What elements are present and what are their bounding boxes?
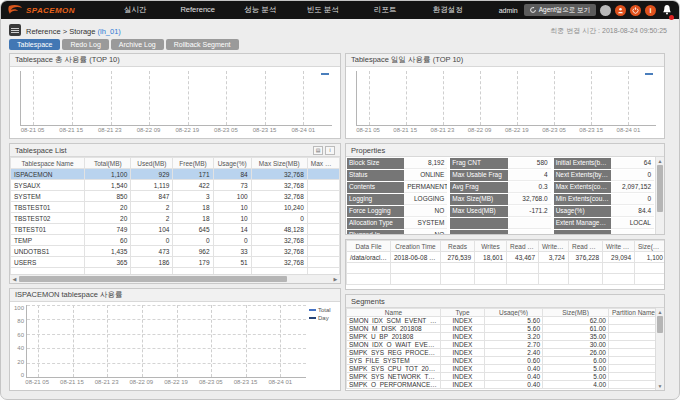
user-account-icon[interactable] [615,5,626,16]
menu-report[interactable]: 리포트 [354,5,417,15]
table-row[interactable] [347,263,665,274]
x-gridline [38,305,39,377]
grid-info-icon[interactable]: i [325,146,335,155]
legend-marker[interactable] [645,73,653,75]
cell: 2 [131,213,173,224]
x-gridline [406,71,407,125]
legend-item-total[interactable]: Total [309,307,338,313]
agent-view-button[interactable]: Agent명으로 보기 [524,4,596,16]
table-row[interactable]: /data/oracle/ora…2018-06-08 12:…276,5391… [347,252,665,263]
breadcrumb-instance[interactable]: (lh_01) [98,27,121,36]
cell: SMPK_U_BP_201808 [347,333,441,341]
scroll-down-icon[interactable]: ▼ [658,234,663,235]
table-row[interactable]: UNDOTBS11,4354739623332,768 [11,246,340,257]
segments-scrollbar[interactable]: ▲ ▼ [655,308,664,390]
column-header[interactable]: Read Ti… [507,241,539,252]
cell: 32,768 [251,257,307,268]
table-row[interactable]: TBSTEST01202181010,240 [11,202,340,213]
cell: 62.00 [543,317,609,325]
menu-realtime[interactable]: 실시간 [104,5,167,15]
column-header[interactable]: Free(MB) [173,158,213,169]
scrollbar-thumb[interactable] [19,276,287,282]
table-row[interactable]: SMPK_U_BP_201808INDEX3.2035.00 [347,333,656,341]
scrollbar-thumb[interactable] [657,316,663,333]
scroll-up-icon[interactable]: ▲ [658,308,663,316]
cell: SMON_IDX_O_WAIT_EVENT… [347,341,441,349]
properties-scrollbar[interactable]: ▲ ▼ [655,157,664,235]
table-row[interactable]: SMPK_SYS_NETWORK_TOT…INDEX0.405.00 [347,373,656,381]
x-gridline [111,71,112,125]
cell [609,373,656,381]
scroll-left-icon[interactable]: ◀ [10,276,19,282]
tab-rollback-segment[interactable]: Rollback Segment [166,39,239,50]
cell: UNDOTBS1 [11,246,85,257]
tab-archive-log[interactable]: Archive Log [111,39,164,50]
column-header[interactable]: Size(MB) [635,241,665,252]
horizontal-scrollbar[interactable]: ◀ ▶ [10,274,340,283]
table-row[interactable]: USERS3651861795132,768 [11,257,340,268]
cell [391,274,441,285]
table-row[interactable]: SMPK_SYS_REG_PROCESS_…INDEX2.4026.00 [347,349,656,357]
column-header[interactable]: Max Use [307,158,339,169]
column-header[interactable]: Type [441,309,485,317]
column-header[interactable]: Writes [475,241,507,252]
scroll-down-icon[interactable]: ▼ [658,382,663,390]
excel-export-icon[interactable]: ▤ [313,146,323,155]
table-row[interactable]: TBTEST017491046451448,128 [11,224,340,235]
cell: 5.60 [485,317,543,325]
cell [507,274,539,285]
x-gridline [554,71,555,125]
properties-column: Initial Extents(bytes)64Next Extents(byt… [554,158,654,235]
table-row[interactable]: SYSTEM850847310032,768 [11,191,340,202]
table-row[interactable]: SMON_IDX_O_WAIT_EVENT…INDEX2.7030.00 [347,341,656,349]
table-row[interactable]: TBSTEST0220218100 [11,213,340,224]
table-row[interactable]: SMON_M_DISK_201808INDEX5.6061.00 [347,325,656,333]
power-icon[interactable] [630,5,641,16]
legend-item-day[interactable]: Day [309,315,338,321]
column-header[interactable]: Used(MB) [131,158,173,169]
table-row[interactable]: SYS_FILE_SYSTEMINDEX0.606.00 [347,357,656,365]
tab-redo-log[interactable]: Redo Log [62,39,108,50]
column-header[interactable]: Creation Time [391,241,441,252]
column-header[interactable]: Read Bl… [569,241,603,252]
table-row[interactable]: SMPK_O_PERFORMANCE_2…INDEX0.404.00 [347,381,656,389]
column-header[interactable]: Usage(%) [213,158,251,169]
scrollbar-thumb[interactable] [657,165,663,212]
cell [507,263,539,274]
tab-tablespace[interactable]: Tablespace [9,39,60,50]
app-logo[interactable]: SPACEMON [8,4,104,16]
notification-bell-icon[interactable] [662,1,672,19]
menu-performance-analysis[interactable]: 성능 분석 [229,5,292,15]
menu-toggle-icon[interactable] [9,24,21,36]
column-header[interactable]: Partition Name [609,309,656,317]
column-header[interactable]: Reads [441,241,475,252]
menu-settings[interactable]: 환경설정 [417,5,480,15]
scroll-right-icon[interactable]: ▶ [331,276,340,282]
menu-frequency-analysis[interactable]: 빈도 분석 [292,5,355,15]
cell: 29,094 [603,252,635,263]
column-header[interactable]: Name [347,309,441,317]
column-header[interactable]: Write Bl… [603,241,635,252]
menu-reference[interactable]: Reference [167,5,230,15]
table-row[interactable]: SYSAUX1,5401,1194227332,768 [11,180,340,191]
column-header[interactable]: Size(MB) [543,309,609,317]
column-header[interactable]: Max Size(MB) [251,158,307,169]
column-header[interactable]: Writes T… [539,241,569,252]
cell: 10 [213,213,251,224]
column-header[interactable]: Total(MB) [85,158,131,169]
scroll-up-icon[interactable]: ▲ [658,157,663,165]
column-header[interactable]: Usage(%) [485,309,543,317]
table-row[interactable]: SMON_IDX_SCM_EVENT_20…INDEX5.6062.00 [347,317,656,325]
avatar[interactable] [600,5,611,16]
table-row[interactable] [347,274,665,285]
info-icon[interactable]: i [645,5,656,16]
column-header[interactable]: Data File [347,241,391,252]
legend-marker[interactable] [321,73,329,75]
column-header[interactable]: Tablespace Name [11,158,85,169]
table-row[interactable]: ISPACEMON1,1009291718432,768 [11,169,340,180]
notification-badge [669,15,674,20]
total-usage-chart [20,71,332,126]
table-row[interactable]: SMPK_SYS_CPU_TOT_201808INDEX0.405.00 [347,365,656,373]
table-row[interactable]: TEMP6000032,768 [11,235,340,246]
property-row: Force LoggingNO [347,206,447,217]
